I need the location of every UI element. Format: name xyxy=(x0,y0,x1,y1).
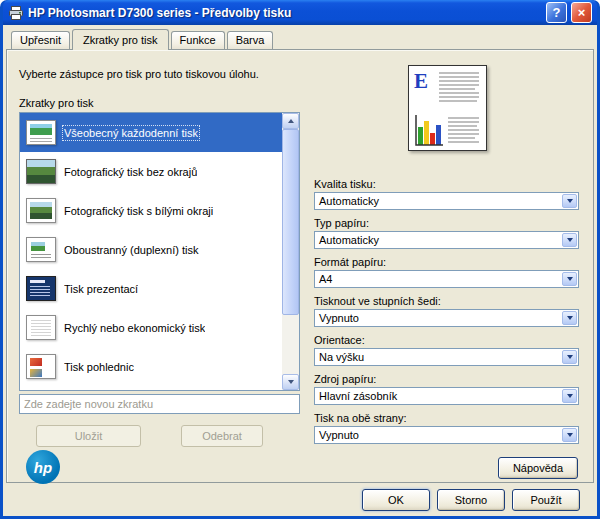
dialog-body: UpřesnitZkratky pro tiskFunkceBarva Vybe… xyxy=(3,25,597,516)
remove-button[interactable]: Odebrat xyxy=(181,425,263,447)
shortcut-item[interactable]: Oboustranný (duplexní) tisk xyxy=(20,230,282,269)
window-title: HP Photosmart D7300 series - Předvolby t… xyxy=(28,6,542,20)
tab-features[interactable]: Funkce xyxy=(171,31,225,49)
combo-value: A4 xyxy=(319,272,332,286)
chevron-down-icon xyxy=(567,355,573,359)
new-shortcut-input[interactable] xyxy=(19,394,300,414)
scrollbar-track[interactable] xyxy=(282,129,299,374)
shortcut-item[interactable]: Všeobecný každodenní tisk xyxy=(20,113,282,152)
hp-logo-text: hp xyxy=(34,459,52,476)
combo-value: Automaticky xyxy=(319,233,379,247)
shortcut-label: Všeobecný každodenní tisk xyxy=(64,127,198,139)
svg-text:E: E xyxy=(414,69,428,93)
question-mark-icon: ? xyxy=(553,6,561,19)
setting-label: Tisk na obě strany: xyxy=(314,412,579,425)
shortcuts-list-label: Zkratky pro tisk xyxy=(19,97,94,109)
combo-arrow-button[interactable] xyxy=(562,194,577,208)
shortcut-item[interactable]: Fotografický tisk bez okrajů xyxy=(20,152,282,191)
combo-value: Vypnuto xyxy=(319,311,359,325)
combo-arrow-button[interactable] xyxy=(562,389,577,403)
scroll-up-button[interactable] xyxy=(282,113,299,129)
shortcut-label: Fotografický tisk s bílými okraji xyxy=(64,205,213,217)
duplex-print-icon xyxy=(26,237,56,262)
scroll-down-button[interactable] xyxy=(282,374,299,390)
everyday-print-icon xyxy=(26,120,56,145)
combo-value: Automaticky xyxy=(319,194,379,208)
scrollbar-thumb[interactable] xyxy=(282,129,299,315)
combo-arrow-button[interactable] xyxy=(562,311,577,325)
shortcut-label: Tisk pohlednic xyxy=(64,361,134,373)
chevron-down-icon xyxy=(567,238,573,242)
presentation-print-icon xyxy=(26,276,56,301)
shortcut-label: Tisk prezentací xyxy=(64,283,138,295)
shortcuts-list[interactable]: Všeobecný každodenní tiskFotografický ti… xyxy=(19,112,300,391)
titlebar-help-button[interactable]: ? xyxy=(546,2,567,23)
combo-value: Na výšku xyxy=(319,350,364,364)
print-quality-combo[interactable]: Automaticky xyxy=(314,192,579,210)
setting-label: Formát papíru: xyxy=(314,256,579,269)
cancel-button[interactable]: Storno xyxy=(437,489,505,511)
tab-bar: UpřesnitZkratky pro tiskFunkceBarva xyxy=(11,28,275,49)
hp-logo: hp xyxy=(26,450,60,484)
print-preview-image: E xyxy=(408,65,487,151)
shortcut-label: Oboustranný (duplexní) tisk xyxy=(64,244,199,256)
settings-panel: Kvalita tisku:AutomatickyTyp papíru:Auto… xyxy=(314,178,579,451)
combo-value: Hlavní zásobník xyxy=(319,389,397,403)
tab-advanced[interactable]: Upřesnit xyxy=(11,31,70,49)
shortcut-item[interactable]: Tisk pohlednic xyxy=(20,347,282,386)
setting-label: Kvalita tisku: xyxy=(314,178,579,191)
economy-print-icon xyxy=(26,315,56,340)
shortcut-item[interactable]: Rychlý nebo ekonomický tisk xyxy=(20,308,282,347)
grayscale-combo[interactable]: Vypnuto xyxy=(314,309,579,327)
combo-arrow-button[interactable] xyxy=(562,233,577,247)
two-sided-combo[interactable]: Vypnuto xyxy=(314,426,579,444)
shortcut-label: Rychlý nebo ekonomický tisk xyxy=(64,322,205,334)
apply-button[interactable]: Použít xyxy=(512,489,580,511)
combo-arrow-button[interactable] xyxy=(562,428,577,442)
shortcut-label: Fotografický tisk bez okrajů xyxy=(64,166,197,178)
titlebar[interactable]: HP Photosmart D7300 series - Předvolby t… xyxy=(3,0,597,25)
chevron-down-icon xyxy=(567,316,573,320)
setting-label: Zdroj papíru: xyxy=(314,373,579,386)
paper-source-setting: Zdroj papíru:Hlavní zásobník xyxy=(314,373,579,405)
ok-button[interactable]: OK xyxy=(362,489,430,511)
orientation-setting: Orientace:Na výšku xyxy=(314,334,579,366)
white-border-photo-icon xyxy=(26,198,56,223)
paper-size-setting: Formát papíru:A4 xyxy=(314,256,579,288)
shortcut-item[interactable]: Tisk prezentací xyxy=(20,269,282,308)
save-button[interactable]: Uložit xyxy=(36,425,141,447)
arrow-down-icon xyxy=(288,380,294,384)
help-button[interactable]: Nápověda xyxy=(498,457,578,479)
printer-icon xyxy=(8,5,24,21)
close-icon: × xyxy=(578,6,586,19)
chevron-down-icon xyxy=(567,433,573,437)
list-scrollbar[interactable] xyxy=(282,113,299,390)
paper-source-combo[interactable]: Hlavní zásobník xyxy=(314,387,579,405)
paper-type-combo[interactable]: Automaticky xyxy=(314,231,579,249)
setting-label: Typ papíru: xyxy=(314,217,579,230)
combo-value: Vypnuto xyxy=(319,428,359,442)
instruction-text: Vyberte zástupce pro tisk pro tuto tisko… xyxy=(19,68,259,80)
chevron-down-icon xyxy=(567,199,573,203)
shortcut-item[interactable]: Fotografický tisk s bílými okraji xyxy=(20,191,282,230)
printer-preferences-dialog: HP Photosmart D7300 series - Předvolby t… xyxy=(0,0,600,519)
setting-label: Tisknout ve stupních šedi: xyxy=(314,295,579,308)
tab-page-printing-shortcuts: Vyberte zástupce pro tisk pro tuto tisko… xyxy=(6,49,594,483)
titlebar-close-button[interactable]: × xyxy=(571,2,592,23)
grayscale-setting: Tisknout ve stupních šedi:Vypnuto xyxy=(314,295,579,327)
paper-type-setting: Typ papíru:Automaticky xyxy=(314,217,579,249)
tab-color[interactable]: Barva xyxy=(227,31,274,49)
combo-arrow-button[interactable] xyxy=(562,272,577,286)
tab-printing-shortcuts[interactable]: Zkratky pro tisk xyxy=(72,29,169,50)
chevron-down-icon xyxy=(567,394,573,398)
orientation-combo[interactable]: Na výšku xyxy=(314,348,579,366)
setting-label: Orientace: xyxy=(314,334,579,347)
arrow-up-icon xyxy=(288,119,294,123)
postcard-print-icon xyxy=(26,354,56,379)
two-sided-setting: Tisk na obě strany:Vypnuto xyxy=(314,412,579,444)
print-quality-setting: Kvalita tisku:Automaticky xyxy=(314,178,579,210)
chevron-down-icon xyxy=(567,277,573,281)
combo-arrow-button[interactable] xyxy=(562,350,577,364)
borderless-photo-icon xyxy=(26,159,56,184)
paper-size-combo[interactable]: A4 xyxy=(314,270,579,288)
